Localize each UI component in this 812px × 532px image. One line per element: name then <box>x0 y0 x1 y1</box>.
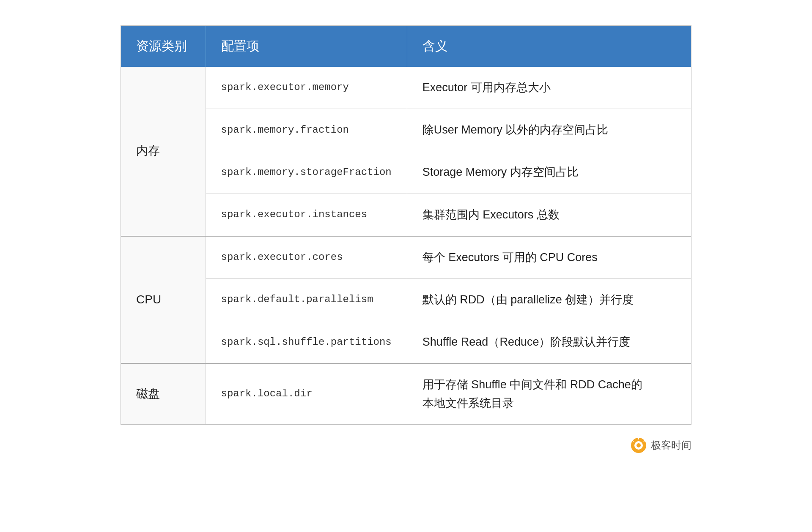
category-cell: 内存 <box>121 67 206 236</box>
svg-point-2 <box>636 443 641 447</box>
table-row: spark.default.parallelism默认的 RDD（由 paral… <box>121 278 691 321</box>
meaning-cell: 除User Memory 以外的内存空间占比 <box>407 109 691 151</box>
meaning-cell: Storage Memory 内存空间占比 <box>407 151 691 194</box>
header-category: 资源类别 <box>121 26 206 67</box>
meaning-cell: 用于存储 Shuffle 中间文件和 RDD Cache的 本地文件系统目录 <box>407 363 691 424</box>
meaning-cell: Shuffle Read（Reduce）阶段默认并行度 <box>407 321 691 364</box>
meaning-cell: 每个 Executors 可用的 CPU Cores <box>407 236 691 279</box>
config-cell: spark.default.parallelism <box>206 278 407 321</box>
table-container: 资源类别 配置项 含义 内存spark.executor.memoryExecu… <box>121 25 691 425</box>
header-config: 配置项 <box>206 26 407 67</box>
meaning-cell: 集群范围内 Executors 总数 <box>407 194 691 236</box>
category-cell: CPU <box>121 236 206 364</box>
logo-area: 极客时间 <box>121 437 691 453</box>
table-row: 内存spark.executor.memoryExecutor 可用内存总大小 <box>121 67 691 109</box>
table-row: spark.executor.instances集群范围内 Executors … <box>121 194 691 236</box>
logo-text: 极客时间 <box>651 439 691 452</box>
config-cell: spark.executor.cores <box>206 236 407 279</box>
category-cell: 磁盘 <box>121 363 206 424</box>
page-wrapper: 资源类别 配置项 含义 内存spark.executor.memoryExecu… <box>121 25 691 453</box>
main-table: 资源类别 配置项 含义 内存spark.executor.memoryExecu… <box>121 26 691 424</box>
meaning-cell: 默认的 RDD（由 parallelize 创建）并行度 <box>407 278 691 321</box>
config-cell: spark.memory.storageFraction <box>206 151 407 194</box>
table-row: 磁盘spark.local.dir用于存储 Shuffle 中间文件和 RDD … <box>121 363 691 424</box>
table-header-row: 资源类别 配置项 含义 <box>121 26 691 67</box>
table-row: spark.memory.fraction除User Memory 以外的内存空… <box>121 109 691 151</box>
table-row: spark.sql.shuffle.partitionsShuffle Read… <box>121 321 691 364</box>
meaning-cell: Executor 可用内存总大小 <box>407 67 691 109</box>
config-cell: spark.local.dir <box>206 363 407 424</box>
table-row: spark.memory.storageFractionStorage Memo… <box>121 151 691 194</box>
config-cell: spark.sql.shuffle.partitions <box>206 321 407 364</box>
config-cell: spark.memory.fraction <box>206 109 407 151</box>
table-row: CPUspark.executor.cores每个 Executors 可用的 … <box>121 236 691 279</box>
header-meaning: 含义 <box>407 26 691 67</box>
geektime-logo-icon <box>631 437 647 453</box>
config-cell: spark.executor.instances <box>206 194 407 236</box>
config-cell: spark.executor.memory <box>206 67 407 109</box>
